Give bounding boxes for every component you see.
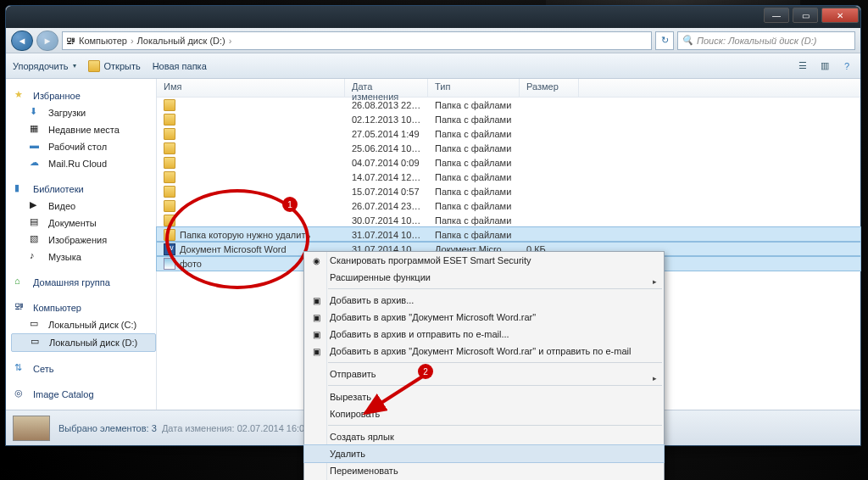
context-item-label: Вырезать — [330, 392, 371, 402]
context-item[interactable]: Удалить — [304, 445, 664, 462]
sidebar-group-homegroup[interactable]: ⌂Домашняя группа — [11, 274, 156, 291]
context-separator — [328, 385, 662, 386]
sidebar-item-disk-c[interactable]: ▭Локальный диск (C:) — [11, 316, 156, 333]
file-type: Папка с файлами — [428, 215, 520, 226]
file-name: фото — [180, 259, 202, 269]
sidebar-item-recent[interactable]: ▦Недавние места — [11, 121, 156, 138]
context-item[interactable]: Отправить — [304, 366, 664, 382]
file-date: 26.08.2013 22:26 — [345, 100, 428, 110]
sidebar-item-downloads[interactable]: ⬇Загрузки — [11, 104, 156, 121]
file-date: 27.05.2014 1:49 — [345, 129, 428, 139]
context-item[interactable]: Расширенные функции — [304, 269, 664, 286]
context-item-icon: ▣ — [309, 327, 323, 341]
folder-icon — [164, 215, 175, 226]
column-size[interactable]: Размер — [520, 79, 579, 97]
sidebar-group-computer[interactable]: 🖳Компьютер — [11, 299, 156, 316]
folder-icon — [164, 186, 175, 198]
maximize-button[interactable]: ▭ — [793, 8, 818, 23]
column-headers[interactable]: Имя Дата изменения Тип Размер — [157, 79, 860, 98]
file-row[interactable]: 27.05.2014 1:49Папка с файлами — [157, 126, 860, 141]
file-row[interactable]: Папка которую нужно удалить31.07.2014 10… — [157, 227, 860, 242]
file-date: 30.07.2014 10:07 — [345, 215, 428, 226]
context-item-label: Сканировать программой ESET Smart Securi… — [330, 255, 531, 265]
context-item[interactable]: ▣Добавить в архив "Документ Microsoft Wo… — [304, 309, 664, 326]
sidebar-item-desktop[interactable]: ▬Рабочий стол — [11, 138, 156, 155]
organize-button[interactable]: Упорядочить — [13, 61, 76, 71]
context-item-label: Добавить в архив "Документ Microsoft Wor… — [330, 346, 631, 356]
file-row[interactable]: 04.07.2014 0:09Папка с файлами — [157, 155, 860, 170]
context-item-icon: ▣ — [309, 293, 323, 307]
back-button[interactable]: ◄ — [11, 31, 33, 51]
catalog-icon: ◎ — [14, 388, 28, 401]
file-type: Папка с файлами — [428, 201, 520, 211]
file-row[interactable]: 02.12.2013 10:35Папка с файлами — [157, 112, 860, 126]
refresh-button[interactable]: ↻ — [655, 31, 674, 50]
file-name: Папка которую нужно удалить — [180, 230, 310, 240]
column-date[interactable]: Дата изменения — [345, 79, 428, 97]
file-row[interactable]: 26.08.2013 22:26Папка с файлами — [157, 98, 860, 112]
folder-icon — [164, 128, 175, 140]
file-row[interactable]: 30.07.2014 10:07Папка с файлами — [157, 213, 860, 227]
file-type: Папка с файлами — [428, 187, 520, 197]
status-date-value: 02.07.2014 16:02 — [237, 423, 310, 433]
preview-pane-icon[interactable]: ▥ — [818, 59, 832, 73]
column-name[interactable]: Имя — [157, 79, 345, 97]
context-item[interactable]: Копировать — [304, 405, 664, 422]
context-item-label: Переименовать — [330, 466, 398, 476]
minimize-button[interactable]: — — [764, 8, 789, 23]
context-item[interactable]: ▣Добавить в архив "Документ Microsoft Wo… — [304, 343, 664, 360]
navigation-pane: ★Избранное ⬇Загрузки ▦Недавние места ▬Ра… — [6, 79, 157, 410]
sidebar-item-video[interactable]: ▶Видео — [11, 198, 156, 215]
context-item-label: Добавить в архив... — [330, 295, 414, 305]
drive-icon: ▭ — [31, 336, 44, 349]
breadcrumb[interactable]: 🖳 Компьютер › Локальный диск (D:) › — [62, 31, 652, 50]
column-type[interactable]: Тип — [428, 79, 520, 97]
context-item-label: Отправить — [330, 369, 376, 379]
context-item[interactable]: ◉Сканировать программой ESET Smart Secur… — [304, 252, 664, 269]
download-icon: ⬇ — [30, 106, 43, 120]
view-options-icon[interactable]: ☰ — [796, 59, 810, 73]
sidebar-item-disk-d[interactable]: ▭Локальный диск (D:) — [11, 333, 156, 352]
file-date: 14.07.2014 12:58 — [345, 172, 428, 182]
file-date: 25.06.2014 10:29 — [345, 143, 428, 153]
status-date-label: Дата изменения: — [162, 423, 235, 433]
context-item-icon: ▣ — [309, 310, 323, 324]
file-type: Папка с файлами — [428, 172, 520, 182]
sidebar-group-favorites[interactable]: ★Избранное — [11, 87, 156, 104]
sidebar-item-mailru[interactable]: ☁Mail.Ru Cloud — [11, 155, 156, 172]
open-button[interactable]: Открыть — [88, 60, 140, 72]
breadcrumb-item[interactable]: Компьютер — [79, 36, 127, 46]
forward-button[interactable]: ► — [36, 31, 58, 51]
file-row[interactable]: 15.07.2014 0:57Папка с файлами — [157, 184, 860, 198]
close-button[interactable]: ✕ — [821, 8, 859, 23]
status-count: Выбрано элементов: 3 — [58, 423, 157, 433]
search-placeholder: Поиск: Локальный диск (D:) — [697, 36, 816, 46]
context-item[interactable]: ▣Добавить в архив и отправить по e-mail.… — [304, 326, 664, 343]
sidebar-group-network[interactable]: ⇅Сеть — [11, 360, 156, 377]
file-row[interactable]: 26.07.2014 23:51Папка с файлами — [157, 198, 860, 213]
context-menu: ◉Сканировать программой ESET Smart Secur… — [303, 251, 665, 480]
file-row[interactable]: 14.07.2014 12:58Папка с файлами — [157, 170, 860, 184]
img-icon — [164, 258, 175, 270]
context-item-label: Создать ярлык — [330, 432, 394, 442]
new-folder-button[interactable]: Новая папка — [153, 61, 207, 71]
context-item[interactable]: Вырезать — [304, 388, 664, 405]
context-item[interactable]: Создать ярлык — [304, 428, 664, 445]
sidebar-item-documents[interactable]: ▤Документы — [11, 215, 156, 232]
context-item[interactable]: Переименовать — [304, 462, 664, 479]
help-icon[interactable]: ? — [840, 59, 854, 73]
search-input[interactable]: 🔍 Поиск: Локальный диск (D:) — [677, 31, 855, 50]
sidebar-group-imagecatalog[interactable]: ◎Image Catalog — [11, 386, 156, 403]
address-row: ◄ ► 🖳 Компьютер › Локальный диск (D:) › … — [6, 28, 860, 53]
sidebar-item-music[interactable]: ♪Музыка — [11, 248, 156, 265]
video-icon: ▶ — [30, 199, 43, 213]
breadcrumb-item[interactable]: Локальный диск (D:) — [137, 36, 225, 46]
file-row[interactable]: 25.06.2014 10:29Папка с файлами — [157, 141, 860, 155]
title-bar[interactable]: — ▭ ✕ — [6, 6, 860, 28]
sidebar-group-libraries[interactable]: ▮Библиотеки — [11, 181, 156, 198]
context-item[interactable]: ▣Добавить в архив... — [304, 292, 664, 309]
context-item-label: Добавить в архив "Документ Microsoft Wor… — [330, 312, 536, 322]
context-item-icon: ▣ — [309, 344, 323, 358]
sidebar-item-pictures[interactable]: ▧Изображения — [11, 232, 156, 248]
file-type: Папка с файлами — [428, 114, 520, 125]
